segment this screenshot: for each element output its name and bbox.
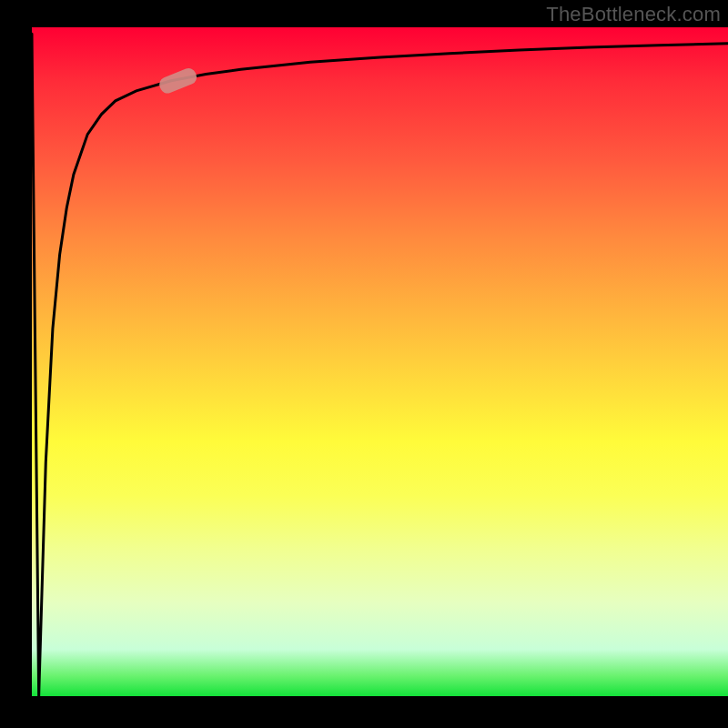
watermark-text: TheBottleneck.com [546,3,721,26]
series-marker [157,66,199,96]
series-line [32,34,728,696]
chart-plot-area [32,27,728,696]
chart-svg [32,27,728,696]
